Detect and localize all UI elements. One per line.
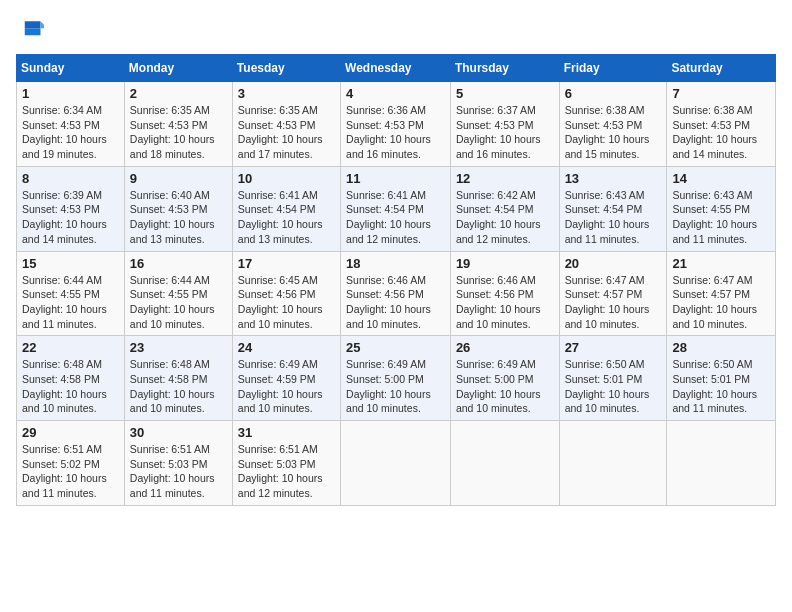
day-number: 5: [456, 86, 554, 101]
day-info: Sunrise: 6:51 AMSunset: 5:03 PMDaylight:…: [238, 442, 335, 501]
column-header-saturday: Saturday: [667, 55, 776, 82]
table-row: [341, 421, 451, 506]
logo-icon: [16, 16, 44, 44]
column-header-sunday: Sunday: [17, 55, 125, 82]
day-info: Sunrise: 6:34 AMSunset: 4:53 PMDaylight:…: [22, 103, 119, 162]
table-row: 24Sunrise: 6:49 AMSunset: 4:59 PMDayligh…: [232, 336, 340, 421]
day-number: 13: [565, 171, 662, 186]
day-info: Sunrise: 6:43 AMSunset: 4:55 PMDaylight:…: [672, 188, 770, 247]
day-number: 23: [130, 340, 227, 355]
day-info: Sunrise: 6:45 AMSunset: 4:56 PMDaylight:…: [238, 273, 335, 332]
day-number: 16: [130, 256, 227, 271]
calendar-table: SundayMondayTuesdayWednesdayThursdayFrid…: [16, 54, 776, 506]
day-info: Sunrise: 6:51 AMSunset: 5:02 PMDaylight:…: [22, 442, 119, 501]
day-number: 7: [672, 86, 770, 101]
day-info: Sunrise: 6:49 AMSunset: 4:59 PMDaylight:…: [238, 357, 335, 416]
table-row: 7Sunrise: 6:38 AMSunset: 4:53 PMDaylight…: [667, 82, 776, 167]
day-info: Sunrise: 6:48 AMSunset: 4:58 PMDaylight:…: [130, 357, 227, 416]
svg-marker-2: [41, 21, 45, 28]
table-row: 3Sunrise: 6:35 AMSunset: 4:53 PMDaylight…: [232, 82, 340, 167]
table-row: 21Sunrise: 6:47 AMSunset: 4:57 PMDayligh…: [667, 251, 776, 336]
day-number: 18: [346, 256, 445, 271]
table-row: 6Sunrise: 6:38 AMSunset: 4:53 PMDaylight…: [559, 82, 667, 167]
table-row: 12Sunrise: 6:42 AMSunset: 4:54 PMDayligh…: [450, 166, 559, 251]
day-number: 25: [346, 340, 445, 355]
day-number: 12: [456, 171, 554, 186]
table-row: 2Sunrise: 6:35 AMSunset: 4:53 PMDaylight…: [124, 82, 232, 167]
table-row: 23Sunrise: 6:48 AMSunset: 4:58 PMDayligh…: [124, 336, 232, 421]
table-row: 30Sunrise: 6:51 AMSunset: 5:03 PMDayligh…: [124, 421, 232, 506]
day-info: Sunrise: 6:35 AMSunset: 4:53 PMDaylight:…: [130, 103, 227, 162]
day-number: 21: [672, 256, 770, 271]
table-row: 16Sunrise: 6:44 AMSunset: 4:55 PMDayligh…: [124, 251, 232, 336]
day-info: Sunrise: 6:46 AMSunset: 4:56 PMDaylight:…: [456, 273, 554, 332]
table-row: 17Sunrise: 6:45 AMSunset: 4:56 PMDayligh…: [232, 251, 340, 336]
day-info: Sunrise: 6:43 AMSunset: 4:54 PMDaylight:…: [565, 188, 662, 247]
table-row: 28Sunrise: 6:50 AMSunset: 5:01 PMDayligh…: [667, 336, 776, 421]
column-header-thursday: Thursday: [450, 55, 559, 82]
table-row: 15Sunrise: 6:44 AMSunset: 4:55 PMDayligh…: [17, 251, 125, 336]
day-info: Sunrise: 6:39 AMSunset: 4:53 PMDaylight:…: [22, 188, 119, 247]
table-row: 26Sunrise: 6:49 AMSunset: 5:00 PMDayligh…: [450, 336, 559, 421]
svg-marker-0: [25, 21, 41, 28]
table-row: 22Sunrise: 6:48 AMSunset: 4:58 PMDayligh…: [17, 336, 125, 421]
day-info: Sunrise: 6:41 AMSunset: 4:54 PMDaylight:…: [346, 188, 445, 247]
table-row: 27Sunrise: 6:50 AMSunset: 5:01 PMDayligh…: [559, 336, 667, 421]
column-header-friday: Friday: [559, 55, 667, 82]
table-row: 1Sunrise: 6:34 AMSunset: 4:53 PMDaylight…: [17, 82, 125, 167]
day-info: Sunrise: 6:50 AMSunset: 5:01 PMDaylight:…: [565, 357, 662, 416]
day-info: Sunrise: 6:44 AMSunset: 4:55 PMDaylight:…: [130, 273, 227, 332]
day-number: 20: [565, 256, 662, 271]
day-info: Sunrise: 6:36 AMSunset: 4:53 PMDaylight:…: [346, 103, 445, 162]
day-info: Sunrise: 6:37 AMSunset: 4:53 PMDaylight:…: [456, 103, 554, 162]
day-info: Sunrise: 6:48 AMSunset: 4:58 PMDaylight:…: [22, 357, 119, 416]
table-row: 29Sunrise: 6:51 AMSunset: 5:02 PMDayligh…: [17, 421, 125, 506]
day-info: Sunrise: 6:50 AMSunset: 5:01 PMDaylight:…: [672, 357, 770, 416]
table-row: [559, 421, 667, 506]
day-number: 29: [22, 425, 119, 440]
day-info: Sunrise: 6:42 AMSunset: 4:54 PMDaylight:…: [456, 188, 554, 247]
table-row: 20Sunrise: 6:47 AMSunset: 4:57 PMDayligh…: [559, 251, 667, 336]
logo: [16, 16, 48, 44]
day-info: Sunrise: 6:44 AMSunset: 4:55 PMDaylight:…: [22, 273, 119, 332]
day-number: 2: [130, 86, 227, 101]
table-row: 11Sunrise: 6:41 AMSunset: 4:54 PMDayligh…: [341, 166, 451, 251]
day-number: 27: [565, 340, 662, 355]
day-number: 11: [346, 171, 445, 186]
day-number: 17: [238, 256, 335, 271]
day-number: 24: [238, 340, 335, 355]
day-info: Sunrise: 6:47 AMSunset: 4:57 PMDaylight:…: [672, 273, 770, 332]
day-number: 14: [672, 171, 770, 186]
day-number: 15: [22, 256, 119, 271]
day-number: 26: [456, 340, 554, 355]
day-number: 30: [130, 425, 227, 440]
day-number: 28: [672, 340, 770, 355]
day-number: 8: [22, 171, 119, 186]
day-info: Sunrise: 6:38 AMSunset: 4:53 PMDaylight:…: [672, 103, 770, 162]
day-number: 1: [22, 86, 119, 101]
table-row: 8Sunrise: 6:39 AMSunset: 4:53 PMDaylight…: [17, 166, 125, 251]
table-row: 18Sunrise: 6:46 AMSunset: 4:56 PMDayligh…: [341, 251, 451, 336]
day-info: Sunrise: 6:49 AMSunset: 5:00 PMDaylight:…: [456, 357, 554, 416]
day-info: Sunrise: 6:40 AMSunset: 4:53 PMDaylight:…: [130, 188, 227, 247]
day-info: Sunrise: 6:47 AMSunset: 4:57 PMDaylight:…: [565, 273, 662, 332]
table-row: 19Sunrise: 6:46 AMSunset: 4:56 PMDayligh…: [450, 251, 559, 336]
table-row: [450, 421, 559, 506]
day-info: Sunrise: 6:49 AMSunset: 5:00 PMDaylight:…: [346, 357, 445, 416]
table-row: [667, 421, 776, 506]
day-info: Sunrise: 6:35 AMSunset: 4:53 PMDaylight:…: [238, 103, 335, 162]
column-header-wednesday: Wednesday: [341, 55, 451, 82]
day-number: 10: [238, 171, 335, 186]
table-row: 14Sunrise: 6:43 AMSunset: 4:55 PMDayligh…: [667, 166, 776, 251]
day-info: Sunrise: 6:41 AMSunset: 4:54 PMDaylight:…: [238, 188, 335, 247]
table-row: 9Sunrise: 6:40 AMSunset: 4:53 PMDaylight…: [124, 166, 232, 251]
column-header-tuesday: Tuesday: [232, 55, 340, 82]
column-header-monday: Monday: [124, 55, 232, 82]
day-number: 6: [565, 86, 662, 101]
table-row: 10Sunrise: 6:41 AMSunset: 4:54 PMDayligh…: [232, 166, 340, 251]
day-number: 22: [22, 340, 119, 355]
table-row: 4Sunrise: 6:36 AMSunset: 4:53 PMDaylight…: [341, 82, 451, 167]
day-number: 4: [346, 86, 445, 101]
table-row: 25Sunrise: 6:49 AMSunset: 5:00 PMDayligh…: [341, 336, 451, 421]
table-row: 13Sunrise: 6:43 AMSunset: 4:54 PMDayligh…: [559, 166, 667, 251]
